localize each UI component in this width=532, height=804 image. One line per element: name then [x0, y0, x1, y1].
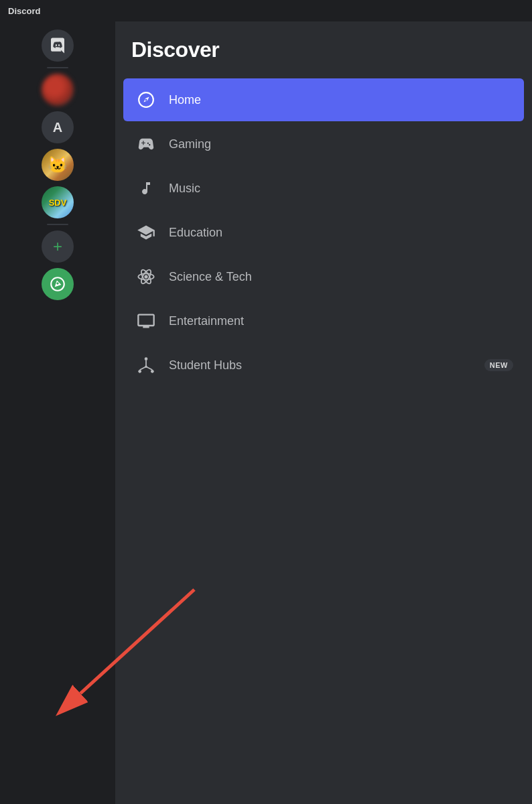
menu-item-entertainment[interactable]: Entertainment [123, 299, 524, 342]
sidebar-item-add-server[interactable]: + [42, 230, 74, 263]
add-icon: + [53, 237, 62, 256]
sidebar-separator-1 [47, 67, 68, 68]
sidebar-item-game-server[interactable]: 🐱 [42, 149, 74, 181]
sidebar-separator-2 [47, 224, 68, 225]
main-panel: Discover Home Gaming [115, 21, 532, 804]
menu-item-science-tech[interactable]: Science & Tech [123, 255, 524, 298]
sidebar-item-discord-home[interactable] [42, 29, 74, 62]
new-badge: NEW [484, 359, 513, 371]
app-title: Discord [8, 6, 40, 16]
sidebar-item-letter-a[interactable]: A [42, 111, 74, 143]
server-letter: A [53, 120, 62, 135]
svg-point-7 [138, 370, 141, 373]
controller-icon [134, 132, 158, 156]
graduation-icon [134, 220, 158, 245]
menu-item-music[interactable]: Music [123, 167, 524, 210]
discover-header: Discover [115, 21, 532, 73]
title-bar: Discord [0, 0, 532, 21]
student-hubs-label: Student Hubs [169, 358, 474, 373]
sdv-label: SDV [49, 198, 67, 208]
education-label: Education [169, 226, 513, 240]
page-title: Discover [131, 38, 516, 62]
compass-icon [134, 88, 158, 112]
atom-icon [134, 265, 158, 289]
music-icon [134, 176, 158, 200]
sidebar-item-discover[interactable] [42, 268, 74, 300]
svg-point-6 [145, 357, 148, 360]
server-sidebar: A 🐱 SDV + [0, 21, 115, 804]
tv-icon [134, 309, 158, 333]
sidebar-item-sdv[interactable]: SDV [42, 186, 74, 218]
home-label: Home [169, 93, 513, 107]
svg-point-12 [145, 366, 147, 368]
hub-icon [134, 353, 158, 377]
menu-item-student-hubs[interactable]: Student Hubs NEW [123, 344, 524, 387]
gaming-label: Gaming [169, 137, 513, 151]
entertainment-label: Entertainment [169, 314, 513, 328]
music-label: Music [169, 182, 513, 196]
menu-item-education[interactable]: Education [123, 211, 524, 254]
category-menu: Home Gaming Music [115, 73, 532, 392]
svg-point-5 [145, 275, 147, 278]
menu-item-home[interactable]: Home [123, 78, 524, 121]
svg-point-8 [151, 370, 154, 373]
menu-item-gaming[interactable]: Gaming [123, 123, 524, 165]
sidebar-item-blurred-server[interactable] [42, 74, 74, 106]
svg-point-1 [145, 98, 147, 100]
science-tech-label: Science & Tech [169, 270, 513, 284]
